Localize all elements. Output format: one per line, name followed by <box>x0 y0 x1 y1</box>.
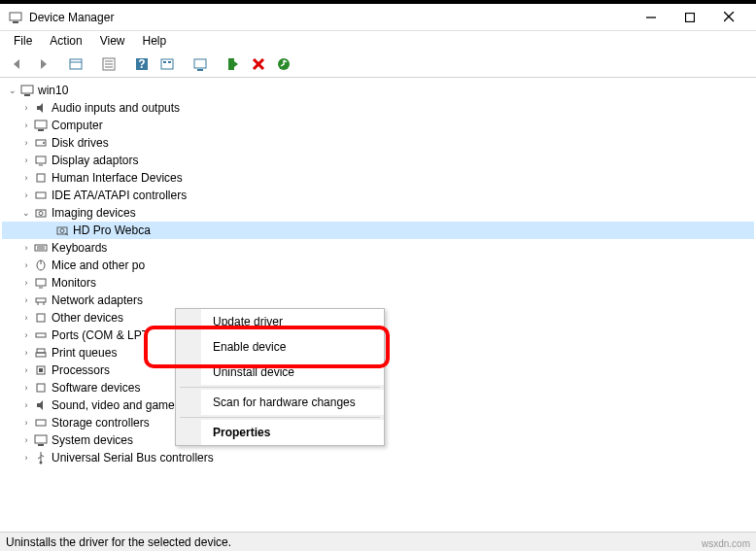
update-driver-icon[interactable] <box>189 52 212 76</box>
menu-action[interactable]: Action <box>42 32 89 50</box>
collapse-icon[interactable]: ⌄ <box>6 84 19 97</box>
expand-icon[interactable]: › <box>19 258 33 272</box>
expand-icon[interactable]: › <box>19 346 33 360</box>
scan-hardware-icon[interactable] <box>272 52 295 76</box>
svg-rect-15 <box>163 61 166 63</box>
menu-file[interactable]: File <box>6 32 40 50</box>
collapse-icon[interactable]: ⌄ <box>19 206 33 220</box>
properties-icon[interactable] <box>97 52 120 76</box>
tree-root[interactable]: ⌄ win10 <box>2 82 754 99</box>
close-button[interactable] <box>709 4 748 31</box>
svg-rect-48 <box>36 333 46 337</box>
tree-node-computer[interactable]: ›Computer <box>2 117 754 134</box>
svg-rect-16 <box>168 61 171 63</box>
expand-icon[interactable]: › <box>19 433 33 447</box>
svg-rect-56 <box>38 444 44 446</box>
svg-rect-6 <box>70 59 82 69</box>
expand-icon[interactable]: › <box>19 311 33 325</box>
svg-rect-53 <box>37 384 45 392</box>
tree-node-ide[interactable]: ›IDE ATA/ATAPI controllers <box>2 187 754 204</box>
expand-icon[interactable]: › <box>19 154 33 167</box>
svg-rect-17 <box>194 59 206 68</box>
ctx-properties[interactable]: Properties <box>176 420 384 445</box>
storage-icon <box>33 415 49 430</box>
expand-icon[interactable]: › <box>19 363 33 377</box>
expand-icon[interactable]: › <box>19 328 33 342</box>
svg-rect-55 <box>35 435 47 443</box>
root-label: win10 <box>38 84 68 97</box>
tree-node-imaging[interactable]: ⌄Imaging devices <box>2 204 754 222</box>
svg-rect-26 <box>38 129 44 131</box>
expand-icon[interactable]: › <box>19 189 33 202</box>
expand-icon[interactable]: › <box>19 119 33 132</box>
usb-icon <box>33 450 49 465</box>
expand-icon[interactable]: › <box>19 171 33 185</box>
show-hide-console-icon[interactable] <box>64 52 87 76</box>
status-bar: Uninstalls the driver for the selected d… <box>0 532 756 551</box>
back-button[interactable] <box>6 52 29 76</box>
expand-icon[interactable]: › <box>19 241 33 255</box>
view-icon[interactable] <box>155 52 179 76</box>
webcam-icon <box>54 223 70 238</box>
svg-point-34 <box>39 212 43 216</box>
tree-node-webcam[interactable]: HD Pro Webca <box>2 222 754 239</box>
context-menu: Update driver Enable device Uninstall de… <box>175 308 385 446</box>
svg-rect-29 <box>36 156 46 163</box>
ide-icon <box>33 188 49 203</box>
other-icon <box>33 310 49 326</box>
expand-icon[interactable]: › <box>19 293 33 307</box>
expand-icon[interactable]: › <box>19 381 33 395</box>
svg-rect-50 <box>36 353 46 357</box>
menu-view[interactable]: View <box>92 32 133 50</box>
computer-icon <box>19 83 35 98</box>
sound-icon <box>33 397 49 413</box>
menubar: File Action View Help <box>0 31 756 51</box>
expand-icon[interactable]: › <box>19 451 33 465</box>
tree-node-usb[interactable]: ›Universal Serial Bus controllers <box>2 449 754 466</box>
help-icon[interactable]: ? <box>130 52 154 76</box>
tree-node-monitors[interactable]: ›Monitors <box>2 274 754 292</box>
expand-icon[interactable]: › <box>19 136 33 150</box>
svg-rect-32 <box>36 192 46 198</box>
svg-rect-54 <box>36 420 46 426</box>
svg-rect-0 <box>10 13 21 20</box>
maximize-button[interactable] <box>670 4 709 31</box>
disk-icon <box>33 135 49 151</box>
expand-icon[interactable]: › <box>19 101 33 115</box>
ctx-update-driver[interactable]: Update driver <box>176 309 384 334</box>
uninstall-icon[interactable] <box>247 52 270 76</box>
tree-node-network[interactable]: ›Network adapters <box>2 292 754 309</box>
tree-node-hid[interactable]: ›Human Interface Devices <box>2 169 754 187</box>
svg-rect-3 <box>686 13 695 21</box>
svg-point-57 <box>40 462 43 465</box>
svg-text:?: ? <box>138 57 145 71</box>
minimize-button[interactable] <box>632 4 670 31</box>
watermark: wsxdn.com <box>702 538 750 549</box>
display-icon <box>33 153 49 168</box>
svg-point-28 <box>43 142 45 144</box>
ctx-uninstall-device[interactable]: Uninstall device <box>176 360 384 385</box>
network-icon <box>33 293 49 308</box>
expand-icon[interactable]: › <box>19 416 33 430</box>
ctx-scan-hardware[interactable]: Scan for hardware changes <box>176 390 384 415</box>
svg-rect-19 <box>228 58 234 70</box>
tree-node-disk[interactable]: ›Disk drives <box>2 134 754 152</box>
menu-help[interactable]: Help <box>135 32 175 50</box>
ctx-enable-device[interactable]: Enable device <box>176 334 384 360</box>
device-tree[interactable]: ⌄ win10 ›Audio inputs and outputs ›Compu… <box>0 78 756 534</box>
enable-device-icon[interactable] <box>222 52 245 76</box>
cpu-icon <box>33 362 49 378</box>
svg-rect-52 <box>39 368 43 372</box>
tree-node-keyboards[interactable]: ›Keyboards <box>2 239 754 257</box>
window-title: Device Manager <box>29 11 632 24</box>
forward-button[interactable] <box>31 52 54 76</box>
expand-icon[interactable]: › <box>19 398 33 412</box>
svg-rect-1 <box>13 21 18 23</box>
tree-node-audio[interactable]: ›Audio inputs and outputs <box>2 99 754 117</box>
tree-node-mice[interactable]: ›Mice and other po <box>2 257 754 274</box>
keyboard-icon <box>33 240 49 256</box>
tree-node-display[interactable]: ›Display adaptors <box>2 152 754 169</box>
toolbar: ? <box>0 51 756 78</box>
expand-icon[interactable]: › <box>19 276 33 290</box>
hid-icon <box>33 170 49 186</box>
